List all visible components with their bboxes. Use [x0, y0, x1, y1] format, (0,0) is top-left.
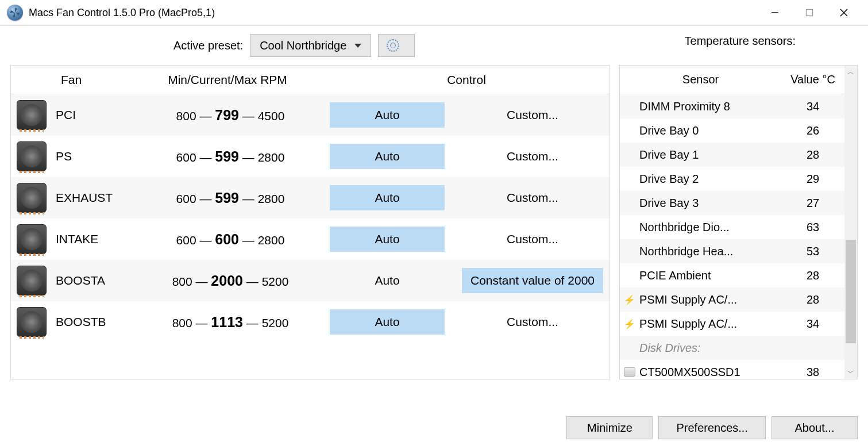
fan-auto-button[interactable]: Auto — [330, 102, 445, 128]
sensor-row[interactable]: CT500MX500SSD138 — [620, 360, 844, 379]
scroll-track[interactable] — [844, 78, 857, 366]
minimize-icon — [771, 9, 779, 17]
sensor-value: 28 — [781, 269, 844, 282]
bolt-icon: ⚡ — [624, 294, 635, 305]
sensor-row[interactable]: Northbridge Hea...53 — [620, 239, 844, 263]
sensor-row[interactable]: Drive Bay 026 — [620, 118, 844, 143]
chevron-down-icon — [354, 44, 361, 48]
fan-rpm: 600 — 600 — 2800 — [136, 231, 325, 248]
sensor-value: 34 — [781, 317, 844, 331]
sensor-name: Northbridge Dio... — [639, 221, 781, 234]
sensor-icon-cell: ⚡ — [620, 294, 639, 305]
svg-rect-1 — [807, 10, 813, 16]
sensor-value: 53 — [781, 245, 844, 258]
fan-custom-button[interactable]: Custom... — [462, 185, 603, 210]
sensor-icon-cell — [620, 367, 639, 377]
window-maximize-button[interactable] — [792, 1, 827, 24]
fan-auto-button[interactable]: Auto — [330, 144, 445, 169]
sensor-value: 27 — [781, 197, 844, 210]
titlebar: Macs Fan Control 1.5.0 Pro (MacPro5,1) — [0, 0, 868, 26]
fan-row: BOOSTB800 — 1113 — 5200AutoCustom... — [11, 301, 609, 343]
fan-header-control: Control — [323, 73, 609, 87]
fan-auto-button[interactable]: Auto — [330, 227, 445, 252]
fan-auto-button[interactable]: Auto — [330, 268, 445, 293]
fan-auto-button[interactable]: Auto — [330, 185, 445, 210]
sensor-value: 28 — [781, 148, 844, 162]
fan-name: EXHAUST — [52, 191, 136, 205]
fan-row: EXHAUST600 — 599 — 2800AutoCustom... — [11, 177, 609, 218]
fan-icon — [17, 141, 47, 171]
sensor-row[interactable]: Drive Bay 327 — [620, 191, 844, 215]
fan-name: PS — [52, 149, 136, 163]
fan-auto-button[interactable]: Auto — [330, 309, 445, 335]
settings-dropdown[interactable] — [378, 34, 415, 57]
sensor-row[interactable]: ⚡PSMI Supply AC/...28 — [620, 287, 844, 312]
bottom-bar: Minimize Preferences... About... — [566, 416, 858, 439]
about-button[interactable]: About... — [771, 416, 858, 439]
sensor-row[interactable]: PCIE Ambient28 — [620, 263, 844, 287]
scroll-down-icon[interactable]: ﹀ — [844, 366, 857, 379]
sensor-row[interactable]: DIMM Proximity 834 — [620, 94, 844, 118]
scroll-thumb[interactable] — [846, 240, 856, 343]
fan-name: INTAKE — [52, 232, 136, 246]
sensor-name: PCIE Ambient — [639, 269, 781, 282]
fan-icon-cell — [11, 183, 52, 213]
sensor-scrollbar[interactable]: ︿ ﹀ — [844, 66, 857, 379]
minimize-button[interactable]: Minimize — [566, 416, 653, 439]
sensor-row[interactable]: ⚡PSMI Supply AC/...34 — [620, 312, 844, 336]
fan-custom-button[interactable]: Custom... — [462, 102, 603, 128]
sensor-value: 38 — [781, 366, 844, 379]
fan-name: BOOSTB — [52, 315, 136, 329]
fan-name: PCI — [52, 108, 136, 122]
fan-rpm: 800 — 2000 — 5200 — [136, 273, 325, 289]
fan-icon — [17, 224, 47, 254]
fan-icon-cell — [11, 141, 52, 171]
sensor-value: 34 — [781, 100, 844, 113]
fan-icon — [17, 266, 47, 296]
fan-custom-button[interactable]: Constant value of 2000 — [462, 268, 603, 293]
window-close-button[interactable] — [827, 1, 861, 24]
sensors-title: Temperature sensors: — [685, 34, 796, 48]
sensor-value: 63 — [781, 221, 844, 234]
fan-custom-button[interactable]: Custom... — [462, 309, 603, 335]
sensor-row[interactable]: Drive Bay 128 — [620, 143, 844, 167]
sensor-name: PSMI Supply AC/... — [639, 317, 781, 331]
close-icon — [840, 9, 848, 17]
sensor-value: 28 — [781, 293, 844, 306]
fan-icon — [17, 307, 47, 337]
window-minimize-button[interactable] — [758, 1, 792, 24]
fan-icon-cell — [11, 100, 52, 130]
fan-custom-button[interactable]: Custom... — [462, 227, 603, 252]
sensor-value: 29 — [781, 172, 844, 186]
preferences-button[interactable]: Preferences... — [658, 416, 766, 439]
sensor-name: Drive Bay 3 — [639, 197, 781, 210]
sensor-value: 26 — [781, 124, 844, 137]
fan-row: PCI800 — 799 — 4500AutoCustom... — [11, 94, 609, 136]
fan-rpm: 800 — 1113 — 5200 — [136, 314, 325, 331]
fan-icon-cell — [11, 266, 52, 296]
sensor-name: DIMM Proximity 8 — [639, 100, 781, 113]
fan-icon-cell — [11, 307, 52, 337]
bolt-icon: ⚡ — [624, 319, 635, 329]
sensor-row[interactable]: Northbridge Dio...63 — [620, 215, 844, 239]
sensor-header-value: Value °C — [781, 73, 844, 86]
fan-row: INTAKE600 — 600 — 2800AutoCustom... — [11, 218, 609, 260]
window-title: Macs Fan Control 1.5.0 Pro (MacPro5,1) — [29, 7, 758, 19]
maximize-icon — [805, 9, 813, 17]
sensor-row[interactable]: Disk Drives: — [620, 336, 844, 360]
fan-row: BOOSTA800 — 2000 — 5200AutoConstant valu… — [11, 260, 609, 301]
sensor-name: Drive Bay 0 — [639, 124, 781, 137]
fan-name: BOOSTA — [52, 274, 136, 287]
fan-rpm: 600 — 599 — 2800 — [136, 190, 325, 206]
sensor-table-header: Sensor Value °C — [620, 66, 844, 94]
fan-panel: Fan Min/Current/Max RPM Control PCI800 —… — [10, 65, 610, 379]
fan-custom-button[interactable]: Custom... — [462, 144, 603, 169]
sensor-name: Drive Bay 2 — [639, 172, 781, 186]
sensor-row[interactable]: Drive Bay 229 — [620, 167, 844, 191]
sensor-name: Drive Bay 1 — [639, 148, 781, 162]
drive-icon — [624, 367, 635, 377]
preset-dropdown[interactable]: Cool Northbridge — [250, 34, 371, 57]
sensor-name: Northbridge Hea... — [639, 245, 781, 258]
fan-table-header: Fan Min/Current/Max RPM Control — [11, 66, 609, 94]
scroll-up-icon[interactable]: ︿ — [844, 66, 857, 78]
